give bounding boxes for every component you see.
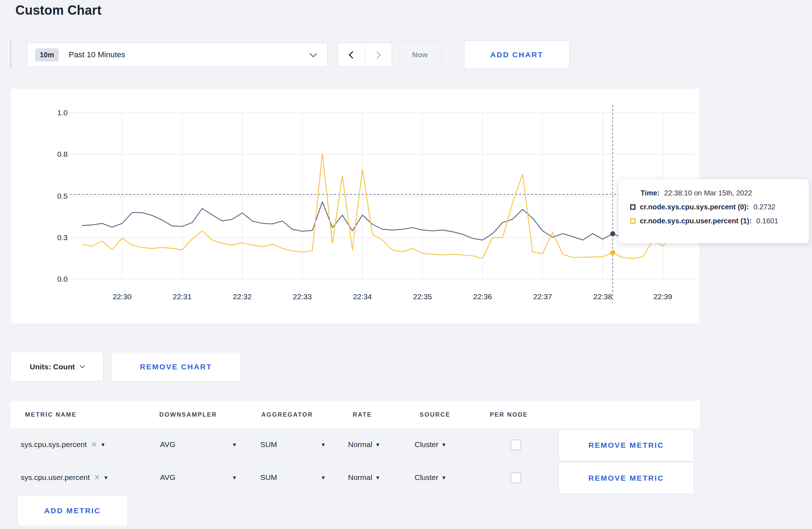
chevron-down-icon [80,363,85,368]
time-range-badge: 10m [35,48,59,62]
remove-metric-label: REMOVE METRIC [588,441,664,450]
tooltip-series-value: 0.2732 [754,203,775,211]
col-header-per-node: PER NODE [490,411,528,418]
metric-name-value: sys.cpu.sys.percent [21,440,87,449]
tooltip-series-row: cr.node.sys.cpu.sys.percent (0): 0.2732 [630,203,799,211]
col-header-rate: RATE [353,411,372,418]
source-dropdown[interactable]: Cluster ▾ [415,440,445,449]
downsampler-dropdown[interactable]: AVG ▾ [160,473,236,482]
col-header-metric-name: METRIC NAME [25,411,77,418]
x-axis-tick-label: 22:30 [113,292,132,301]
remove-chart-label: REMOVE CHART [140,363,212,371]
y-axis-tick-label: 1.0 [57,108,68,117]
caret-down-icon: ▾ [233,475,236,481]
user-series-swatch-icon [630,218,635,224]
remove-metric-label: REMOVE METRIC [588,474,664,482]
page-title: Custom Chart [15,3,101,18]
chart-hover-tooltip: Time: 22:38:10 on Mar 15th, 2022 cr.node… [618,179,809,243]
close-icon[interactable]: ✕ [91,440,97,449]
close-icon[interactable]: ✕ [94,473,100,482]
add-metric-label: ADD METRIC [44,506,101,515]
x-axis-tick-label: 22:36 [473,292,492,301]
sys-series-swatch-icon [630,204,635,210]
chevron-right-icon [373,51,381,58]
y-axis-tick-label: 0.3 [57,233,68,242]
units-selector[interactable]: Units: Count [10,352,103,382]
y-axis-tick-label: 0.0 [57,275,68,283]
x-axis-tick-label: 22:31 [173,292,192,301]
caret-down-icon: ▾ [101,442,105,448]
tooltip-series-name: cr.node.sys.cpu.user.percent (1): [640,217,751,225]
units-label: Units: Count [30,363,75,371]
metric-name-value: sys.cpu.user.percent [21,473,90,482]
now-button[interactable]: Now [399,43,441,67]
x-axis-tick-label: 22:38 [593,292,612,301]
x-axis-tick-label: 22:35 [413,292,432,301]
add-metric-button[interactable]: ADD METRIC [17,495,128,526]
time-range-label: Past 10 Minutes [69,50,125,59]
chart-panel: 0.00.30.50.81.022:3022:3122:3222:3322:34… [10,88,700,324]
tooltip-series-name: cr.node.sys.cpu.sys.percent (0): [640,203,749,211]
remove-chart-button[interactable]: REMOVE CHART [111,352,241,382]
add-chart-button[interactable]: ADD CHART [464,40,570,69]
aggregator-value: SUM [260,473,277,482]
chevron-left-icon [349,51,356,58]
remove-metric-button[interactable]: REMOVE METRIC [559,429,694,461]
rate-value: Normal [348,440,372,449]
x-axis-tick-label: 22:33 [293,292,312,301]
aggregator-dropdown[interactable]: SUM ▾ [260,440,325,449]
aggregator-value: SUM [260,440,277,449]
per-node-checkbox[interactable] [511,440,521,450]
rate-value: Normal [348,473,372,482]
col-header-source: SOURCE [420,411,450,418]
source-value: Cluster [415,473,439,482]
downsampler-value: AVG [160,440,175,449]
chevron-down-icon [310,50,317,57]
x-axis-tick-label: 22:34 [353,292,372,301]
series-line-user [82,154,673,258]
caret-down-icon: ▾ [376,475,380,481]
caret-down-icon: ▾ [233,442,236,448]
downsampler-dropdown[interactable]: AVG ▾ [160,440,236,449]
aggregator-dropdown[interactable]: SUM ▾ [260,473,325,482]
caret-down-icon: ▾ [322,475,325,481]
y-axis-tick-label: 0.8 [57,150,68,158]
source-dropdown[interactable]: Cluster ▾ [415,473,445,482]
downsampler-value: AVG [160,473,175,482]
now-button-label: Now [412,50,428,59]
caret-down-icon: ▾ [104,475,107,481]
time-shift-arrows [338,43,392,67]
next-time-button[interactable] [365,43,392,67]
remove-metric-button[interactable]: REMOVE METRIC [559,462,694,494]
tooltip-series-value: 0.1601 [756,217,778,225]
tooltip-time-value: 22:38:10 on Mar 15th, 2022 [664,189,752,197]
tooltip-time-row: Time: 22:38:10 on Mar 15th, 2022 [630,189,799,197]
add-chart-label: ADD CHART [490,50,543,59]
toolbar-divider [10,40,11,68]
time-range-selector[interactable]: 10m Past 10 Minutes [27,43,328,67]
col-header-downsampler: DOWNSAMPLER [159,411,217,418]
hover-point-marker [610,231,615,236]
caret-down-icon: ▾ [443,442,446,448]
caret-down-icon: ▾ [322,442,325,448]
caret-down-icon: ▾ [443,475,446,481]
y-axis-tick-label: 0.5 [57,192,68,200]
prev-time-button[interactable] [338,43,365,67]
metric-name-dropdown[interactable]: sys.cpu.sys.percent ✕ ▾ [21,440,105,449]
tooltip-time-label: Time: [641,189,659,197]
x-axis-tick-label: 22:32 [233,292,252,301]
series-line-sys [82,202,673,240]
col-header-aggregator: AGGREGATOR [261,411,313,418]
caret-down-icon: ▾ [376,442,380,448]
tooltip-series-row: cr.node.sys.cpu.user.percent (1): 0.1601 [630,217,799,225]
source-value: Cluster [415,440,439,449]
rate-dropdown[interactable]: Normal ▾ [348,473,379,482]
metric-name-dropdown[interactable]: sys.cpu.user.percent ✕ ▾ [21,473,107,482]
x-axis-tick-label: 22:37 [533,292,552,301]
per-node-checkbox[interactable] [511,472,521,483]
hover-point-marker [610,250,615,255]
x-axis-tick-label: 22:39 [653,292,672,301]
timeseries-chart[interactable]: 0.00.30.50.81.022:3022:3122:3222:3322:34… [11,88,700,324]
rate-dropdown[interactable]: Normal ▾ [348,440,379,449]
